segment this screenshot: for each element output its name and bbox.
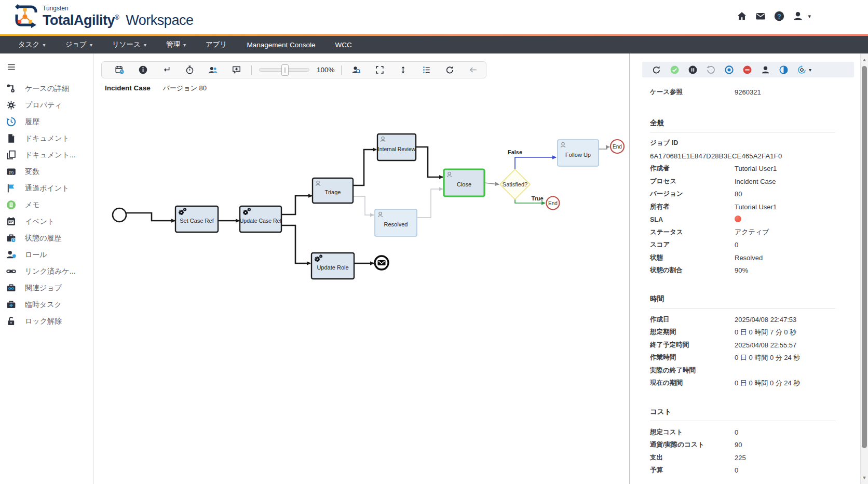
task-close[interactable]: Close [444,169,484,196]
field-value [735,216,835,224]
schedule-icon[interactable] [115,65,125,75]
task-triage[interactable]: Triage [313,178,353,203]
undo-icon[interactable] [706,64,716,75]
sidebar-item-unlock[interactable]: ロック解除 [0,313,93,330]
nav-item-6[interactable]: Management Console [237,36,325,53]
user-menu-caret-icon[interactable]: ▾ [808,13,811,20]
sequence-flow[interactable] [281,225,310,263]
process-diagram[interactable]: FalseTrueSet Case RefUpdate Case RefTria… [93,53,630,484]
return-icon[interactable] [161,65,172,75]
sidebar-item-link[interactable]: リンク済みケ... [0,263,93,280]
pause-circle-icon[interactable] [688,64,698,75]
end-event-1[interactable]: End [611,140,624,153]
zoom-slider-handle[interactable] [281,64,289,76]
check-circle-icon[interactable] [670,64,680,75]
refresh-icon[interactable] [652,64,662,75]
people-icon[interactable] [208,65,219,75]
caret-down-icon: ▾ [183,42,186,48]
fit-screen-icon[interactable] [374,65,385,75]
sidebar: ケースの詳細プロパティ履歴ドキュメントドキュメント...(x)変数通過ポイントメ… [0,53,93,484]
caret-down-icon: ▾ [90,42,92,48]
process-version: バージョン 80 [163,84,207,93]
hamburger-menu-icon[interactable] [6,62,19,73]
comment-add-icon[interactable] [232,65,242,75]
task-internal-review[interactable]: Internal Review [377,134,416,160]
brand: Tungsten TotalAgility® Workspace [13,3,193,29]
diamond-refresh-icon[interactable] [797,64,807,75]
mail-icon[interactable] [754,9,767,23]
brand-totalagility: TotalAgility [43,12,115,28]
vertical-scrollbar[interactable]: ▲ ▼ [860,53,868,484]
field-label: 作成者 [650,164,735,173]
task-set-case-ref[interactable]: Set Case Ref [175,206,218,232]
sequence-flow[interactable] [126,213,175,221]
nav-item-4[interactable]: 管理▾ [156,36,196,53]
flow-condition-label: True [531,195,543,201]
user-icon[interactable] [791,9,805,23]
task-update-role[interactable]: Update Role [311,253,354,279]
state-history-icon [6,233,17,244]
message-end-event[interactable] [375,256,388,270]
process-canvas: FalseTrueSet Case RefUpdate Case RefTria… [93,53,630,484]
nav-item-5[interactable]: アプリ [196,36,237,53]
sequence-flow[interactable] [353,150,376,185]
scroll-up-arrow-icon[interactable]: ▲ [861,56,868,64]
person-icon[interactable] [761,64,771,75]
sidebar-item-state-history[interactable]: 状態の履歴 [0,230,93,247]
sidebar-item-document[interactable]: ドキュメント [0,130,93,147]
scrollbar-thumb[interactable] [862,66,867,448]
scroll-down-arrow-icon[interactable]: ▼ [861,474,868,482]
field-label: 作業時間 [650,353,735,362]
link-icon [6,266,17,277]
nav-item-7[interactable]: WCC [326,36,362,53]
restart-menu-caret-icon[interactable]: ▾ [809,67,811,73]
record-circle-icon[interactable] [724,64,735,75]
list-icon[interactable] [421,65,431,75]
field-row: プロセスIncident Case [650,175,835,188]
task-follow-up[interactable]: Follow Up [558,140,599,166]
sequence-flow[interactable] [417,189,443,218]
sidebar-item-variables[interactable]: (x)変数 [0,164,93,180]
fit-vertical-icon[interactable] [398,65,408,75]
start-event[interactable] [113,208,126,222]
person-search-icon[interactable] [351,65,361,75]
sequence-flow[interactable] [281,196,312,214]
home-icon[interactable] [735,9,749,23]
nav-item-2[interactable]: ジョブ▾ [55,36,102,53]
sidebar-item-adhoc-task[interactable]: 臨時タスク [0,297,93,313]
field-value: 0 [735,428,835,436]
sidebar-item-role[interactable]: ロール [0,247,93,263]
sidebar-item-history[interactable]: 履歴 [0,114,93,130]
sidebar-item-case-details[interactable]: ケースの詳細 [0,80,93,97]
info-icon[interactable] [138,65,148,75]
sidebar-item-calendar[interactable]: イベント [0,213,93,230]
sidebar-item-note[interactable]: メモ [0,197,93,213]
zoom-slider[interactable] [259,68,309,72]
sidebar-item-documents[interactable]: ドキュメント... [0,147,93,164]
sequence-flow[interactable] [484,183,499,184]
sequence-flow[interactable] [515,157,556,169]
sidebar-item-gear[interactable]: プロパティ [0,97,93,114]
sequence-flow[interactable] [416,147,443,177]
gateway-satisfied[interactable]: Satisfied? [500,169,530,199]
sequence-flow[interactable] [599,147,609,149]
back-icon[interactable] [468,65,478,75]
nav-item-3[interactable]: リソース▾ [102,36,156,53]
refresh-icon[interactable] [444,65,455,75]
half-circle-icon[interactable] [779,64,789,75]
stopwatch-icon[interactable] [185,65,195,75]
sidebar-item-label: 通過ポイント [25,184,69,193]
field-label: 終了予定時間 [650,341,735,349]
nav-item-1[interactable]: タスク▾ [8,36,55,53]
sidebar-item-flag[interactable]: 通過ポイント [0,180,93,197]
field-row: 作業時間0 日 0 時間 0 分 24 秒 [650,352,835,365]
minus-circle-icon[interactable] [742,64,753,75]
panel-section-1: 全般ジョブ ID6A170681E1E847D28B3ECE465A2FA1F0… [650,118,835,277]
field-row: 実際の終了時間 [650,364,835,377]
end-event-2[interactable]: End [547,197,560,210]
task-update-case-ref[interactable]: Update Case Ref [240,206,282,232]
sidebar-item-related-jobs[interactable]: 関連ジョブ [0,280,93,297]
task-resolved[interactable]: Resolved [375,209,417,236]
sequence-flow[interactable] [353,196,374,215]
help-icon[interactable]: ? [772,9,786,23]
